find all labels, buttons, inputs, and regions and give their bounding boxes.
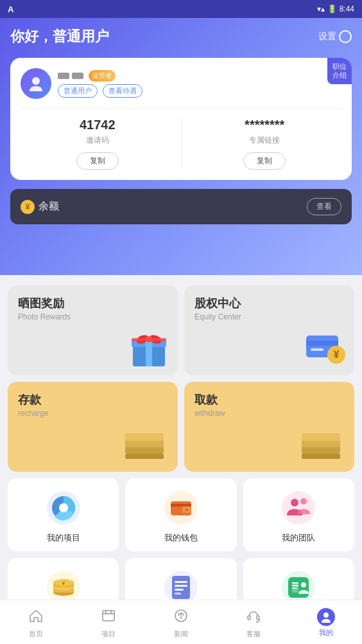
home-nav[interactable]: 首页 — [0, 605, 73, 641]
svg-rect-20 — [302, 454, 340, 459]
svg-rect-59 — [248, 616, 250, 620]
svg-rect-15 — [125, 433, 164, 441]
withdraw-card[interactable]: 取款 withdraw — [184, 382, 354, 472]
card-tag[interactable]: 职位 介绍 — [327, 58, 352, 84]
user-details: 运营者 普通用户 查看待遇 — [58, 70, 341, 98]
time-label: 8:44 — [340, 4, 354, 13]
withdraw-icon — [297, 427, 348, 472]
svg-rect-44 — [175, 593, 181, 595]
profile-avatar — [317, 608, 335, 626]
profile-nav[interactable]: 我的 — [289, 605, 362, 641]
svg-point-58 — [180, 618, 182, 619]
settings-label: 设置 — [318, 31, 336, 42]
my-team-label: 我的团队 — [282, 532, 315, 544]
svg-point-31 — [300, 498, 307, 505]
projects-nav[interactable]: 项目 — [73, 605, 145, 641]
check-benefits-tag[interactable]: 查看待遇 — [103, 84, 142, 98]
equity-center-card[interactable]: 股权中心 Equity Center ¥ — [184, 285, 354, 375]
service-icon — [246, 608, 261, 627]
check-balance-button[interactable]: 查看 — [307, 198, 341, 215]
svg-point-61 — [323, 613, 329, 618]
status-bar: A ▾▴ 🔋 8:44 — [0, 0, 362, 18]
svg-rect-10 — [311, 348, 323, 351]
svg-rect-42 — [175, 585, 187, 587]
bottom-feature-grid: 存款 recharge 取款 withdraw — [8, 382, 354, 472]
settings-button[interactable]: 设置 — [318, 30, 352, 43]
svg-rect-7 — [132, 338, 166, 341]
invite-code-label: 邀请码 — [21, 135, 175, 146]
battery-icon: 🔋 — [327, 4, 337, 13]
my-team-icon — [280, 490, 316, 526]
user-card: 职位 介绍 运营者 普通用户 查看 — [10, 58, 352, 180]
withdraw-title-en: withdraw — [194, 409, 344, 418]
deposit-card[interactable]: 存款 recharge — [8, 382, 178, 472]
svg-rect-3 — [146, 339, 152, 366]
photo-rewards-card[interactable]: 晒图奖励 Photo Rewards — [8, 285, 178, 375]
svg-point-0 — [32, 77, 40, 85]
normal-user-tag[interactable]: 普通用户 — [58, 84, 98, 98]
home-icon — [28, 608, 44, 627]
equity-center-title-en: Equity Center — [194, 312, 344, 321]
my-wallet-icon — [163, 490, 199, 526]
user-name-block — [58, 73, 83, 79]
photo-rewards-title-cn: 晒图奖励 — [18, 296, 168, 311]
svg-point-30 — [291, 499, 298, 506]
svg-rect-49 — [292, 585, 298, 586]
home-nav-label: 首页 — [29, 629, 43, 639]
svg-rect-40 — [172, 576, 190, 599]
my-wallet-item[interactable]: 我的钱包 — [125, 478, 236, 551]
svg-text:¥: ¥ — [334, 349, 340, 360]
content-section: 晒图奖励 Photo Rewards 股权中心 Equity Center — [0, 275, 362, 644]
svg-rect-50 — [292, 587, 297, 589]
svg-rect-52 — [103, 611, 114, 621]
svg-point-29 — [282, 491, 315, 524]
deposit-icon — [120, 427, 171, 472]
header-section: 你好，普通用户 设置 职位 介绍 — [0, 18, 362, 275]
status-right: ▾▴ 🔋 8:44 — [317, 4, 354, 13]
gift-box-icon — [126, 325, 171, 370]
svg-rect-43 — [175, 589, 184, 591]
invite-link-col: ******** 专属链接 复制 — [188, 118, 342, 170]
invite-divider — [181, 118, 182, 170]
avatar — [21, 68, 51, 99]
svg-rect-48 — [292, 582, 298, 584]
projects-icon — [101, 608, 116, 627]
my-projects-icon — [46, 490, 82, 526]
balance-label: 余额 — [39, 200, 59, 213]
service-nav[interactable]: 客服 — [217, 605, 289, 641]
svg-rect-9 — [306, 341, 338, 346]
carrier-label: A — [8, 4, 13, 14]
gear-icon — [339, 30, 352, 43]
news-nav[interactable]: 新闻 — [145, 605, 218, 641]
deposit-title-cn: 存款 — [18, 392, 168, 407]
equity-center-title-cn: 股权中心 — [194, 296, 344, 311]
copy-invite-code-button[interactable]: 复制 — [76, 152, 119, 170]
svg-rect-41 — [175, 581, 187, 583]
svg-point-23 — [59, 503, 68, 512]
svg-rect-26 — [171, 504, 191, 506]
news-icon — [173, 608, 189, 627]
invite-link-label: 专属链接 — [188, 135, 342, 146]
greeting-text: 你好，普通用户 — [10, 27, 109, 46]
invite-link-value: ******** — [188, 118, 342, 132]
my-projects-label: 我的项目 — [47, 532, 80, 544]
top-feature-grid: 晒图奖励 Photo Rewards 股权中心 Equity Center — [8, 285, 354, 375]
my-team-item[interactable]: 我的团队 — [243, 478, 354, 551]
copy-invite-link-button[interactable]: 复制 — [243, 152, 286, 170]
svg-point-28 — [185, 508, 188, 512]
my-projects-item[interactable]: 我的项目 — [8, 478, 119, 551]
invite-code-value: 41742 — [21, 118, 175, 132]
yuan-icon: ¥ — [21, 200, 35, 214]
svg-rect-19 — [302, 433, 340, 441]
service-nav-label: 客服 — [246, 629, 261, 639]
svg-rect-16 — [125, 454, 164, 459]
withdraw-title-cn: 取款 — [194, 392, 344, 407]
my-wallet-label: 我的钱包 — [164, 532, 198, 544]
projects-nav-label: 项目 — [101, 629, 116, 639]
vip-badge: 运营者 — [89, 70, 116, 82]
profile-nav-label: 我的 — [319, 628, 333, 638]
equity-card-icon: ¥ — [303, 324, 348, 369]
deposit-title-en: recharge — [18, 409, 168, 418]
invite-code-col: 41742 邀请码 复制 — [21, 118, 175, 170]
svg-point-51 — [301, 582, 306, 587]
